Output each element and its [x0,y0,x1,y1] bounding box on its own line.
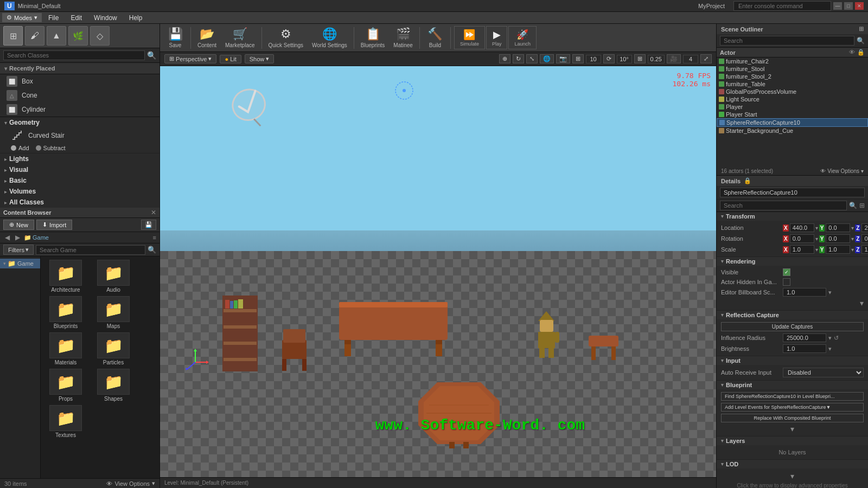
list-item[interactable]: ⬜ Cylinder [0,102,159,117]
simulate-button[interactable]: ⏩ Simulate [454,26,485,49]
category-geometry[interactable]: ▾ Geometry [0,117,159,128]
build-button[interactable]: 🔨 Build [423,26,447,49]
category-basic[interactable]: ▸ Basic [0,175,159,186]
rendering-header[interactable]: Rendering [717,257,868,266]
loc-y-arrow[interactable]: ▾ [851,225,854,231]
transform-header[interactable]: Transform [717,212,868,221]
billboard-dropdown-arrow[interactable]: ▾ [828,289,832,296]
scale-y-arrow[interactable]: ▾ [851,247,854,253]
cb-close-button[interactable]: ✕ [151,209,156,216]
matinee-button[interactable]: 🎬 Matinee [390,26,416,49]
so-actor-player-start[interactable]: Player Start [717,111,868,118]
cb-view-options-button[interactable]: 👁 View Options ▾ [106,480,155,487]
so-actor-starter-bg[interactable]: Starter_Background_Cue [717,127,868,134]
menu-edit[interactable]: Edit [65,13,87,23]
selected-actor-input[interactable] [720,188,865,197]
folder-architecture[interactable]: 📁 Architecture [44,260,87,293]
blueprint-header[interactable]: Blueprint [717,381,868,389]
world-local-icon[interactable]: 🌐 [540,54,554,63]
category-all-classes[interactable]: ▸ All Classes [0,197,159,208]
folder-audio[interactable]: 📁 Audio [92,260,135,293]
loc-x-arrow[interactable]: ▾ [815,225,818,231]
subtract-button[interactable]: Subtract [36,145,66,151]
win-close[interactable]: ✕ [855,2,864,10]
blueprint-collapse-btn[interactable]: ▾ [790,425,794,433]
so-actor-furniture-stool[interactable]: furniture_Stool [717,65,868,73]
category-lights[interactable]: ▸ Lights [0,153,159,164]
save-button[interactable]: 💾 Save [163,26,187,49]
cb-search-input[interactable] [36,245,145,255]
content-button[interactable]: 📂 Content [194,26,220,49]
scale-icon[interactable]: ⤡ [526,54,538,63]
tree-item-game[interactable]: 📁 Game [0,259,40,268]
category-volumes[interactable]: ▸ Volumes [0,186,159,197]
recently-placed-header[interactable]: ▾ Recently Placed [0,63,159,74]
lit-button[interactable]: ● Lit [220,55,241,63]
modes-button[interactable]: ⚙ Modes ▾ [2,13,42,22]
so-actor-furniture-chair2[interactable]: furniture_Chair2 [717,57,868,65]
so-actor-player[interactable]: Player [717,103,868,111]
rendering-collapse-btn[interactable]: ▾ [860,299,864,307]
menu-window[interactable]: Window [88,13,123,23]
menu-file[interactable]: File [43,13,64,23]
blueprints-button[interactable]: 📋 Blueprints [358,26,388,49]
lod-expand-arrow[interactable]: ▾ [721,471,864,481]
quick-settings-button[interactable]: ⚙ Quick Settings [265,26,307,49]
list-item[interactable]: ⬜ Box [0,74,159,88]
loc-x-input[interactable] [790,223,814,232]
add-button[interactable]: Add [11,145,29,151]
scale-x-arrow[interactable]: ▾ [815,247,818,253]
so-actor-global-post-process[interactable]: GlobalPostProcessVolume [717,88,868,95]
list-item[interactable]: △ Cone [0,88,159,102]
rot-z-input[interactable] [861,234,868,243]
reflection-capture-header[interactable]: Reflection Capture [717,311,868,319]
category-visual[interactable]: ▸ Visual [0,164,159,175]
scale-x-input[interactable] [790,245,814,254]
console-input[interactable] [733,1,831,11]
details-grid-icon[interactable]: ⊞ [859,202,865,209]
influence-reset-icon[interactable]: ↺ [834,335,839,342]
marketplace-button[interactable]: 🛒 Marketplace [222,26,258,49]
so-actor-light-source[interactable]: Light Source [717,95,868,103]
folder-blueprints[interactable]: 📁 Blueprints [44,296,87,329]
cb-import-button[interactable]: ⬇ Import [36,220,72,230]
mode-geometry[interactable]: ◇ [90,26,110,46]
rot-x-arrow[interactable]: ▾ [815,236,818,242]
viewport-type-button[interactable]: ⊞ Perspective ▾ [164,54,216,63]
viewport-canvas[interactable]: 9.78 FPS 102.26 ms [160,66,716,477]
so-actor-furniture-table[interactable]: furniture_Table [717,80,868,88]
cb-forward-button[interactable]: ▶ [14,233,22,242]
rotate-icon[interactable]: ↻ [513,54,524,63]
cb-save-button[interactable]: 💾 [141,220,156,230]
so-view-options-button[interactable]: 👁 View Options ▾ [820,168,864,174]
rot-y-input[interactable] [826,234,850,243]
folder-maps[interactable]: 📁 Maps [92,296,135,329]
launch-button[interactable]: 🚀 Launch [508,26,537,49]
loc-y-input[interactable] [826,223,850,232]
folder-materials[interactable]: 📁 Materials [44,332,87,365]
folder-props[interactable]: 📁 Props [44,369,87,402]
cb-back-button[interactable]: ◀ [3,233,11,242]
lod-header[interactable]: LOD [717,460,868,468]
find-blueprint-button[interactable]: Find SphereReflectionCapture10 in Level … [721,392,864,401]
replace-blueprint-button[interactable]: Replace With Composited Blueprint [721,414,864,422]
brightness-arrow[interactable]: ▾ [828,345,832,352]
win-max[interactable]: □ [844,2,853,10]
mode-landscape[interactable]: ▲ [47,26,66,46]
grid-icon[interactable]: ⊞ [572,54,584,63]
maximize-icon[interactable]: ⤢ [700,54,712,63]
transform-icon[interactable]: ⊕ [499,54,510,63]
input-header[interactable]: Input [717,356,868,365]
auto-receive-select[interactable]: Disabled [783,368,864,377]
actor-hidden-checkbox[interactable] [783,278,790,286]
geo-curved-stair[interactable]: Curved Stair [0,128,159,143]
details-search-input[interactable] [720,201,847,210]
folder-shapes[interactable]: 📁 Shapes [92,369,135,402]
brightness-input[interactable] [783,344,826,353]
scale-y-input[interactable] [826,245,850,254]
show-button[interactable]: Show ▾ [245,54,275,63]
add-events-button[interactable]: Add Level Events for SphereReflectionCap… [721,403,864,412]
billboard-input[interactable] [783,288,826,297]
visible-checkbox[interactable]: ✓ [783,268,790,276]
menu-help[interactable]: Help [124,13,148,23]
